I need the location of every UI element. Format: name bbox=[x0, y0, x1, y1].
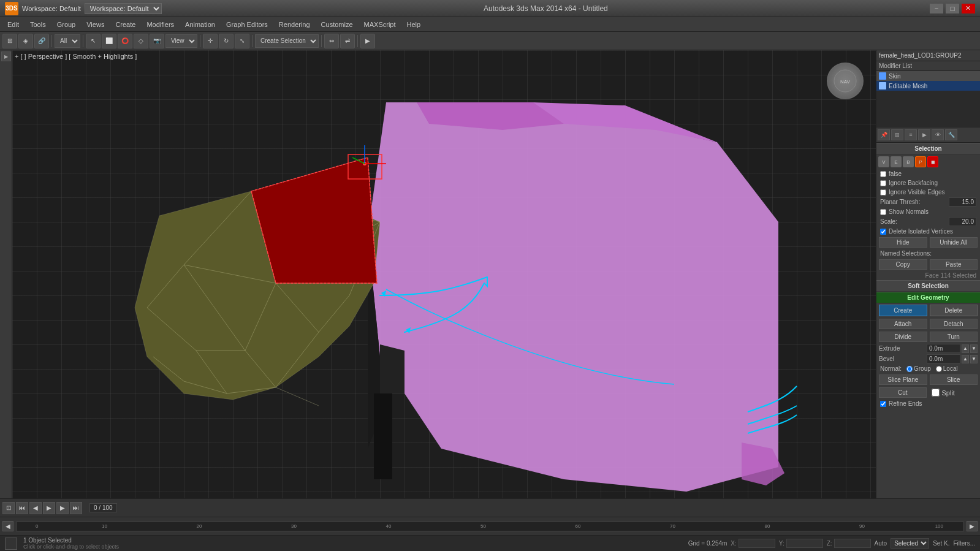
create-button[interactable]: Create bbox=[879, 305, 927, 316]
slice-button[interactable]: Slice bbox=[930, 374, 978, 385]
modifier-skin[interactable]: Skin bbox=[876, 71, 980, 81]
ignore-backfacing-checkbox[interactable] bbox=[880, 180, 886, 186]
extrude-up-btn[interactable]: ▲ bbox=[962, 344, 969, 353]
status-icon[interactable] bbox=[5, 538, 17, 550]
select-circle-btn[interactable]: ⭕ bbox=[118, 34, 132, 48]
align-btn[interactable]: ⇔ bbox=[324, 34, 339, 48]
select-region-rect-btn[interactable]: ⬜ bbox=[102, 34, 116, 48]
link-btn[interactable]: 🔗 bbox=[34, 34, 49, 48]
frame-marker-70: 70 bbox=[670, 523, 675, 529]
parameters-icon-btn[interactable]: ≡ bbox=[905, 129, 917, 140]
normal-group-radio[interactable] bbox=[906, 366, 913, 372]
pin-icon-btn[interactable]: 📌 bbox=[878, 129, 890, 140]
view-dropdown[interactable]: View bbox=[165, 34, 197, 48]
camera-btn[interactable]: 📷 bbox=[150, 34, 164, 48]
by-vertex-checkbox[interactable] bbox=[880, 171, 886, 177]
hierarchy-icon-btn[interactable]: ⊞ bbox=[891, 129, 903, 140]
slice-plane-button[interactable]: Slice Plane bbox=[879, 374, 927, 385]
menu-tools[interactable]: Tools bbox=[25, 20, 51, 29]
menu-create[interactable]: Create bbox=[110, 20, 140, 29]
scale-input[interactable] bbox=[949, 217, 976, 226]
unhide-all-button[interactable]: Unhide All bbox=[930, 237, 978, 248]
polygon-mode-btn[interactable]: P bbox=[915, 156, 926, 167]
timeline-next-btn[interactable]: ▶ bbox=[967, 521, 978, 531]
x-input[interactable] bbox=[739, 539, 775, 548]
bevel-down-btn[interactable]: ▼ bbox=[970, 355, 978, 363]
prev-frame-btn[interactable]: ◀ bbox=[29, 502, 42, 514]
create-selection-dropdown[interactable]: Create Selection bbox=[255, 34, 319, 48]
cut-button[interactable]: Cut bbox=[879, 387, 927, 398]
mirror-btn[interactable]: ⇌ bbox=[340, 34, 355, 48]
delete-button[interactable]: Delete bbox=[930, 305, 978, 316]
select-object-btn[interactable]: ⊞ bbox=[2, 34, 17, 48]
menu-help[interactable]: Help bbox=[402, 20, 426, 29]
close-button[interactable]: ✕ bbox=[962, 4, 975, 13]
refine-ends-checkbox[interactable] bbox=[880, 401, 886, 407]
selection-filter-dropdown[interactable]: Selected bbox=[891, 538, 929, 549]
normal-local-radio[interactable] bbox=[936, 366, 942, 372]
next-key-btn[interactable]: ⏭ bbox=[70, 502, 82, 514]
normal-local-option[interactable]: Local bbox=[936, 365, 958, 372]
hide-button[interactable]: Hide bbox=[879, 237, 927, 248]
rotate-btn[interactable]: ↻ bbox=[219, 34, 234, 48]
menu-group[interactable]: Group bbox=[52, 20, 81, 29]
z-input[interactable] bbox=[834, 539, 871, 548]
split-checkbox[interactable] bbox=[932, 389, 940, 397]
copy-button[interactable]: Copy bbox=[879, 259, 927, 270]
element-mode-btn[interactable]: ◼ bbox=[927, 156, 938, 167]
maximize-button[interactable]: □ bbox=[946, 4, 959, 13]
selection-section[interactable]: Selection bbox=[876, 143, 980, 154]
utilities-icon-btn[interactable]: 🔧 bbox=[945, 129, 957, 140]
menu-animation[interactable]: Animation bbox=[180, 20, 220, 29]
select-fence-btn[interactable]: ◇ bbox=[134, 34, 148, 48]
play-btn[interactable]: ▶ bbox=[43, 502, 55, 514]
ignore-visible-edges-checkbox[interactable] bbox=[880, 189, 886, 196]
turn-button[interactable]: Turn bbox=[930, 332, 978, 342]
filter-dropdown[interactable]: All bbox=[55, 34, 80, 48]
extrude-down-btn[interactable]: ▼ bbox=[970, 344, 978, 353]
border-mode-btn[interactable]: B bbox=[903, 156, 914, 167]
left-tool-1[interactable]: ▶ bbox=[1, 51, 11, 61]
display-icon-btn[interactable]: 👁 bbox=[932, 129, 944, 140]
bevel-up-btn[interactable]: ▲ bbox=[962, 355, 969, 363]
menu-edit[interactable]: Edit bbox=[2, 20, 24, 29]
menu-modifiers[interactable]: Modifiers bbox=[142, 20, 179, 29]
edge-mode-btn[interactable]: E bbox=[891, 156, 902, 167]
render-btn[interactable]: ▶ bbox=[360, 34, 375, 48]
detach-button[interactable]: Detach bbox=[930, 319, 978, 329]
menu-graph-editors[interactable]: Graph Editors bbox=[221, 20, 273, 29]
paste-button[interactable]: Paste bbox=[930, 259, 978, 270]
attach-button[interactable]: Attach bbox=[879, 319, 927, 329]
show-normals-checkbox[interactable] bbox=[880, 209, 886, 215]
motion-icon-btn[interactable]: ▶ bbox=[918, 129, 930, 140]
vertex-mode-btn[interactable]: V bbox=[878, 156, 889, 167]
planar-thresh-input[interactable] bbox=[949, 197, 976, 207]
face-selected-status: Face 114 Selected bbox=[876, 271, 980, 280]
extrude-input[interactable] bbox=[927, 344, 960, 353]
menu-views[interactable]: Views bbox=[82, 20, 109, 29]
delete-isolated-checkbox[interactable] bbox=[880, 229, 886, 235]
workspace-dropdown[interactable]: Workspace: Default bbox=[85, 3, 162, 14]
modifier-editable-mesh[interactable]: Editable Mesh bbox=[876, 81, 980, 91]
menu-maxscript[interactable]: MAXScript bbox=[359, 20, 401, 29]
bevel-input[interactable] bbox=[927, 354, 960, 363]
viewport[interactable]: + [ ] Perspective ] [ Smooth + Highlight… bbox=[12, 50, 876, 498]
menu-customize[interactable]: Customize bbox=[316, 20, 358, 29]
timeline-prev-btn[interactable]: ◀ bbox=[2, 521, 13, 531]
scale-btn[interactable]: ⤡ bbox=[235, 34, 249, 48]
timeline-bar[interactable]: 0 10 20 30 40 50 60 70 80 90 100 bbox=[16, 522, 964, 531]
menu-rendering[interactable]: Rendering bbox=[274, 20, 315, 29]
select-region-btn[interactable]: ◈ bbox=[18, 34, 33, 48]
normal-group-option[interactable]: Group bbox=[906, 365, 931, 372]
move-btn[interactable]: ✛ bbox=[203, 34, 218, 48]
select-btn[interactable]: ↖ bbox=[86, 34, 101, 48]
key-mode-btn[interactable]: ⊡ bbox=[2, 502, 15, 514]
soft-selection-section[interactable]: Soft Selection bbox=[876, 280, 980, 292]
edit-geometry-section[interactable]: Edit Geometry bbox=[876, 292, 980, 303]
y-input[interactable] bbox=[786, 539, 823, 548]
divide-button[interactable]: Divide bbox=[879, 332, 927, 342]
minimize-button[interactable]: − bbox=[930, 4, 943, 13]
next-frame-btn[interactable]: ▶ bbox=[56, 502, 69, 514]
prev-key-btn[interactable]: ⏮ bbox=[16, 502, 28, 514]
navigation-cube[interactable]: NAV bbox=[827, 63, 864, 99]
